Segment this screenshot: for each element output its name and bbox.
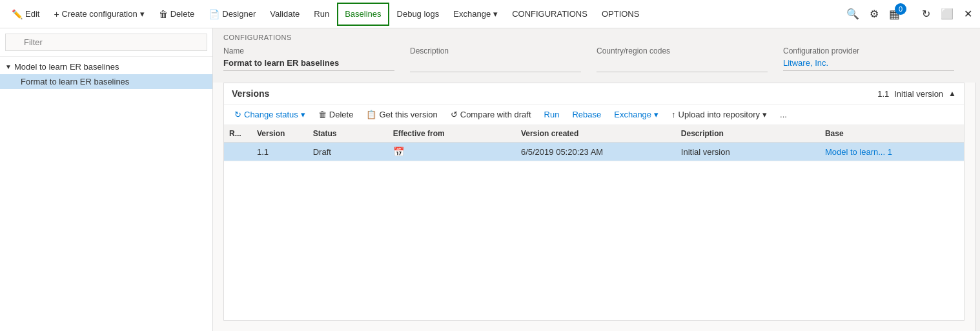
designer-button[interactable]: 📄 Designer	[202, 3, 262, 26]
chevron-down-icon: ▾	[654, 110, 658, 119]
calendar-icon: 📅	[393, 146, 404, 157]
chevron-down-icon: ▼	[5, 63, 12, 70]
config-header: CONFIGURATIONS Name Format to learn ER b…	[213, 28, 980, 83]
breadcrumb: CONFIGURATIONS	[223, 34, 970, 41]
refresh-button[interactable]: ↻	[919, 5, 933, 23]
sidebar: 🔍 ▼ Model to learn ER baselines Format t…	[0, 28, 213, 331]
cell-base: Model to learn... 1	[820, 143, 964, 161]
settings-icon-button[interactable]: ⚙	[867, 5, 881, 23]
tree-area: ▼ Model to learn ER baselines Format to …	[0, 57, 212, 331]
baselines-button[interactable]: Baselines	[337, 3, 389, 26]
close-button[interactable]: ✕	[961, 5, 975, 23]
change-status-button[interactable]: ↻ Change status ▾	[229, 107, 311, 122]
edit-button[interactable]: ✏️ Edit	[5, 3, 46, 26]
table-row[interactable]: 1.1 Draft 📅 6/5/2019 05:20:23 AM Initial…	[224, 143, 964, 161]
delete-button[interactable]: 🗑 Delete	[152, 3, 201, 26]
config-description-field: Description	[410, 46, 597, 72]
search-button[interactable]: 🔍	[844, 5, 862, 23]
main-layout: 🔍 ▼ Model to learn ER baselines Format t…	[0, 28, 980, 331]
designer-icon: 📄	[209, 9, 219, 19]
versions-run-button[interactable]: Run	[539, 107, 565, 122]
run-button[interactable]: Run	[307, 3, 336, 26]
col-header-r: R...	[224, 125, 252, 143]
trash-icon: 🗑	[159, 9, 168, 19]
versions-delete-button[interactable]: 🗑 Delete	[313, 107, 359, 122]
tree-item-format[interactable]: Format to learn ER baselines	[0, 74, 212, 89]
chevron-down-icon: ▾	[301, 110, 305, 119]
versions-badge: 1.1	[877, 89, 889, 99]
filter-input[interactable]	[5, 34, 207, 51]
exchange-button[interactable]: Exchange ▾	[447, 3, 504, 26]
compare-draft-button[interactable]: ↺ Compare with draft	[445, 107, 536, 122]
get-version-icon: 📋	[366, 110, 376, 119]
table-header-row: R... Version Status Effective from Versi…	[224, 125, 964, 143]
versions-title: Versions	[232, 88, 877, 99]
col-header-created: Version created	[516, 125, 676, 143]
cell-version: 1.1	[252, 143, 308, 161]
col-header-description: Description	[676, 125, 820, 143]
versions-panel: Versions 1.1 Initial version ▲ ↻ Change …	[223, 83, 965, 321]
versions-exchange-button[interactable]: Exchange ▾	[609, 107, 664, 122]
versions-toolbar: ↻ Change status ▾ 🗑 Delete 📋 Get this ve…	[224, 105, 964, 125]
office-button[interactable]: ▦ 0	[886, 5, 914, 24]
config-name-field: Name Format to learn ER baselines	[223, 46, 410, 72]
trash-icon: 🗑	[318, 110, 327, 119]
plus-icon: +	[54, 9, 59, 19]
versions-table: R... Version Status Effective from Versi…	[224, 125, 964, 320]
versions-header: Versions 1.1 Initial version ▲	[224, 83, 964, 105]
notification-badge: 0	[895, 3, 906, 15]
cell-status: Draft	[308, 143, 388, 161]
chevron-down-icon: ▾	[493, 9, 498, 19]
config-country-field: Country/region codes	[597, 46, 783, 72]
scrollbar[interactable]	[975, 83, 980, 331]
cell-description: Initial version	[676, 143, 820, 161]
validate-button[interactable]: Validate	[263, 3, 306, 26]
versions-outer: Versions 1.1 Initial version ▲ ↻ Change …	[213, 83, 980, 331]
col-header-effective: Effective from	[388, 125, 516, 143]
upload-icon: ↑	[671, 110, 676, 119]
change-status-icon: ↻	[234, 110, 241, 119]
col-header-status: Status	[308, 125, 388, 143]
get-version-button[interactable]: 📋 Get this version	[361, 107, 442, 122]
config-fields: Name Format to learn ER baselines Descri…	[223, 46, 970, 72]
content-area: CONFIGURATIONS Name Format to learn ER b…	[213, 28, 980, 331]
chevron-down-icon: ▾	[762, 110, 767, 119]
filter-bar: 🔍	[0, 28, 212, 57]
configurations-button[interactable]: CONFIGURATIONS	[505, 3, 594, 26]
cell-created: 6/5/2019 05:20:23 AM	[516, 143, 676, 161]
create-configuration-button[interactable]: + Create configuration ▾	[47, 3, 150, 26]
tree-item-model[interactable]: ▼ Model to learn ER baselines	[0, 59, 212, 74]
options-button[interactable]: OPTIONS	[595, 3, 646, 26]
more-options-button[interactable]: ...	[775, 107, 792, 122]
toolbar-right-icons: 🔍 ⚙ ▦ 0 ↻ ⬜ ✕	[844, 5, 975, 24]
col-header-version: Version	[252, 125, 308, 143]
compare-icon: ↺	[451, 110, 458, 119]
restore-button[interactable]: ⬜	[938, 5, 956, 23]
cell-r	[224, 143, 252, 161]
chevron-down-icon: ▾	[140, 9, 145, 19]
collapse-button[interactable]: ▲	[948, 89, 956, 98]
col-header-base: Base	[820, 125, 964, 143]
rebase-button[interactable]: Rebase	[567, 107, 606, 122]
debug-logs-button[interactable]: Debug logs	[391, 3, 446, 26]
cell-effective: 📅	[388, 143, 516, 161]
versions-badge-label: Initial version	[894, 89, 943, 99]
config-provider-field: Configuration provider Litware, Inc.	[783, 46, 970, 72]
upload-repository-button[interactable]: ↑ Upload into repository ▾	[666, 107, 772, 122]
top-toolbar: ✏️ Edit + Create configuration ▾ 🗑 Delet…	[0, 0, 980, 28]
edit-icon: ✏️	[12, 9, 23, 19]
